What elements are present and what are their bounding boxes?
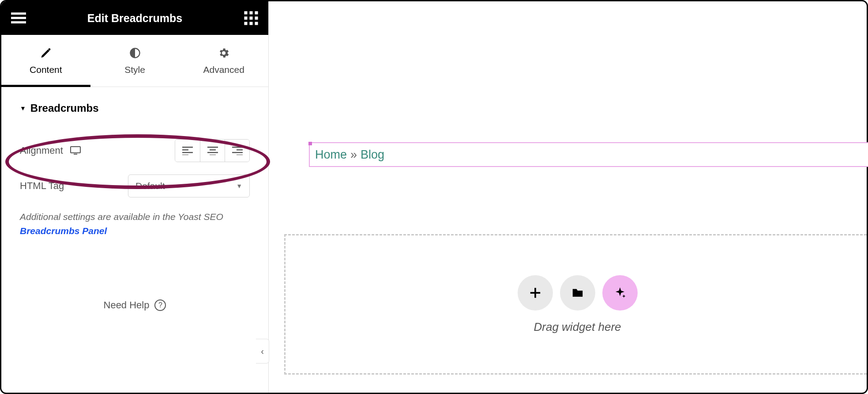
tab-content[interactable]: Content — [1, 35, 90, 87]
svg-rect-23 — [237, 149, 243, 151]
breadcrumb-separator: » — [350, 148, 357, 162]
control-row-html-tag: HTML Tag Default ▼ — [20, 174, 250, 197]
panel-title: Edit Breadcrumbs — [87, 12, 182, 25]
sparkle-icon — [613, 286, 627, 299]
panel-tabs: Content Style Advanced — [1, 35, 268, 87]
svg-rect-13 — [74, 154, 77, 155]
svg-rect-27 — [530, 292, 540, 294]
svg-rect-6 — [244, 16, 247, 19]
tab-style[interactable]: Style — [90, 35, 180, 87]
svg-rect-2 — [11, 21, 26, 23]
svg-rect-18 — [207, 147, 218, 148]
breadcrumb-link-home[interactable]: Home — [315, 148, 347, 162]
chevron-down-icon: ▼ — [236, 182, 242, 189]
svg-rect-24 — [232, 152, 243, 153]
settings-note: Additional settings are available in the… — [20, 210, 250, 238]
chevron-left-icon: ‹ — [261, 346, 264, 356]
svg-rect-25 — [237, 155, 243, 155]
align-right-icon — [232, 146, 243, 155]
html-tag-label: HTML Tag — [20, 180, 64, 192]
breadcrumb-widget[interactable]: Home » Blog — [309, 142, 868, 167]
desktop-icon[interactable] — [70, 146, 81, 155]
contrast-icon — [129, 47, 141, 59]
dropzone-actions — [518, 275, 638, 311]
html-tag-select[interactable]: Default ▼ — [128, 174, 250, 197]
pencil-icon — [40, 47, 52, 59]
control-row-alignment: Alignment — [20, 139, 250, 162]
svg-rect-5 — [255, 11, 258, 14]
svg-rect-12 — [71, 147, 80, 153]
folder-icon — [571, 286, 584, 299]
svg-rect-4 — [249, 11, 252, 14]
svg-rect-9 — [244, 22, 247, 25]
section-toggle-breadcrumbs[interactable]: ▼ Breadcrumbs — [20, 102, 250, 114]
controls-area: ▼ Breadcrumbs Alignment — [1, 87, 268, 320]
alignment-button-group — [175, 139, 250, 162]
question-icon: ? — [154, 299, 166, 311]
tab-label: Content — [30, 64, 62, 75]
folder-button[interactable] — [560, 275, 595, 311]
panel-header: Edit Breadcrumbs — [1, 1, 268, 35]
select-value: Default — [135, 181, 165, 191]
editor-panel: Edit Breadcrumbs Content Style Advance — [1, 1, 269, 393]
svg-rect-3 — [244, 11, 247, 14]
caret-down-icon: ▼ — [20, 105, 26, 112]
align-right-button[interactable] — [225, 140, 249, 162]
breadcrumbs-panel-link[interactable]: Breadcrumbs Panel — [20, 226, 107, 236]
section-title: Breadcrumbs — [30, 102, 99, 114]
svg-rect-22 — [232, 147, 243, 148]
gear-icon — [218, 47, 230, 59]
svg-rect-14 — [182, 147, 193, 148]
svg-rect-20 — [207, 152, 218, 153]
tab-label: Advanced — [203, 64, 244, 75]
svg-rect-11 — [255, 22, 258, 25]
svg-rect-21 — [210, 155, 216, 155]
menu-icon[interactable] — [11, 11, 26, 26]
panel-collapse-handle[interactable]: ‹ — [256, 339, 269, 364]
breadcrumb-current: Blog — [361, 148, 384, 162]
svg-rect-15 — [182, 149, 188, 151]
widget-dropzone[interactable]: Drag widget here — [284, 234, 868, 375]
align-center-icon — [207, 146, 218, 155]
tab-advanced[interactable]: Advanced — [179, 35, 268, 87]
align-center-button[interactable] — [200, 140, 225, 162]
svg-rect-10 — [249, 22, 252, 25]
svg-rect-8 — [255, 16, 258, 19]
dropzone-label: Drag widget here — [534, 320, 621, 334]
align-left-icon — [182, 146, 193, 155]
svg-rect-1 — [11, 17, 26, 19]
alignment-label: Alignment — [20, 145, 81, 156]
need-help-link[interactable]: Need Help ? — [20, 299, 250, 311]
svg-rect-16 — [182, 152, 193, 153]
apps-icon[interactable] — [244, 11, 259, 26]
help-label: Need Help — [104, 299, 150, 311]
align-left-button[interactable] — [175, 140, 200, 162]
svg-rect-17 — [182, 155, 188, 155]
svg-rect-0 — [11, 12, 26, 15]
svg-rect-7 — [249, 16, 252, 19]
tab-label: Style — [124, 64, 145, 75]
plus-icon — [529, 286, 542, 299]
svg-rect-19 — [210, 149, 216, 151]
ai-button[interactable] — [602, 275, 638, 311]
add-widget-button[interactable] — [518, 275, 553, 311]
